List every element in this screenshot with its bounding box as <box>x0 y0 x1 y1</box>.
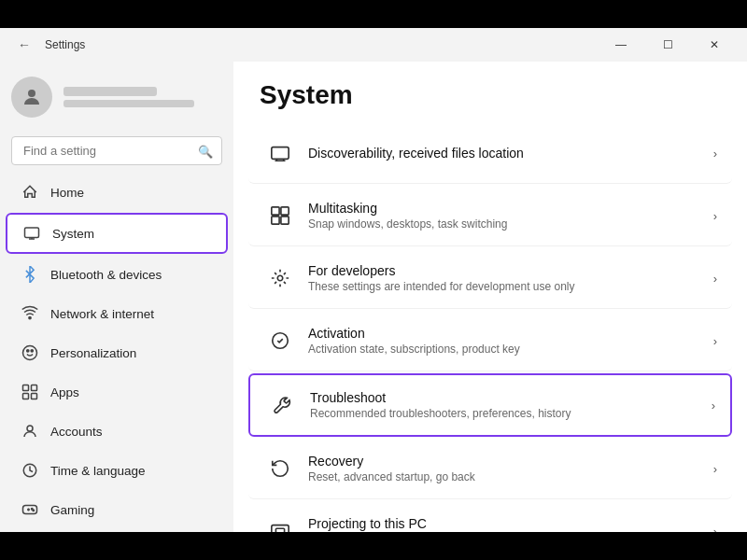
sidebar-item-network[interactable]: Network & internet <box>6 295 228 332</box>
minimize-button[interactable]: — <box>599 30 642 60</box>
sidebar-item-accounts-label: Accounts <box>50 425 103 439</box>
settings-list: Discoverability, received files location… <box>233 123 747 532</box>
search-icon: 🔍 <box>198 144 213 158</box>
svg-rect-14 <box>272 147 289 160</box>
chevron-icon: › <box>712 399 715 413</box>
troubleshoot-desc: Recommended troubleshooters, preferences… <box>310 407 712 420</box>
discoverability-text: Discoverability, received files location <box>308 146 713 161</box>
svg-point-4 <box>31 350 33 352</box>
bluetooth-icon <box>21 265 39 284</box>
sidebar-item-home-label: Home <box>50 186 84 200</box>
chevron-icon: › <box>713 209 717 223</box>
svg-rect-22 <box>275 528 284 532</box>
svg-point-19 <box>277 275 283 281</box>
svg-rect-17 <box>272 217 279 224</box>
main-content: System Discoverability, received files l… <box>233 62 747 532</box>
activation-desc: Activation state, subscriptions, product… <box>308 343 713 356</box>
activation-text: Activation Activation state, subscriptio… <box>308 326 713 356</box>
developers-desc: These settings are intended for developm… <box>308 280 713 293</box>
activation-icon <box>263 324 297 357</box>
discoverability-icon <box>263 136 297 170</box>
recovery-icon <box>263 452 297 485</box>
maximize-button[interactable]: ☐ <box>646 30 689 60</box>
search-box: 🔍 <box>11 136 222 165</box>
sidebar-item-accounts[interactable]: Accounts <box>6 413 228 450</box>
network-icon <box>21 304 39 323</box>
settings-item-discoverability[interactable]: Discoverability, received files location… <box>248 123 732 184</box>
svg-rect-18 <box>281 217 289 224</box>
svg-rect-8 <box>32 394 37 399</box>
troubleshoot-title: Troubleshoot <box>310 390 712 405</box>
sidebar-item-time-label: Time & language <box>50 464 146 478</box>
svg-point-3 <box>27 350 29 352</box>
settings-item-troubleshoot[interactable]: Troubleshoot Recommended troubleshooters… <box>248 373 732 437</box>
chevron-icon: › <box>713 272 717 286</box>
svg-rect-7 <box>23 394 29 399</box>
sidebar-item-apps[interactable]: Apps <box>6 373 228 411</box>
sidebar-item-system[interactable]: System <box>6 213 228 254</box>
svg-rect-5 <box>23 385 29 391</box>
settings-item-developers[interactable]: For developers These settings are intend… <box>248 248 732 309</box>
projecting-icon <box>263 514 297 532</box>
user-name <box>63 87 157 96</box>
developers-icon <box>263 261 297 295</box>
gaming-icon <box>21 500 39 519</box>
svg-rect-16 <box>281 207 289 215</box>
window-title: Settings <box>45 38 85 51</box>
troubleshoot-text: Troubleshoot Recommended troubleshooters… <box>310 390 712 420</box>
multitasking-title: Multitasking <box>308 201 713 216</box>
discoverability-title: Discoverability, received files location <box>308 146 713 161</box>
svg-rect-6 <box>32 385 37 391</box>
svg-rect-15 <box>272 207 279 215</box>
close-button[interactable]: ✕ <box>693 30 736 60</box>
personalization-icon <box>21 343 39 362</box>
sidebar-item-gaming-label: Gaming <box>50 503 94 517</box>
settings-item-recovery[interactable]: Recovery Reset, advanced startup, go bac… <box>248 439 732 499</box>
sidebar-item-apps-label: Apps <box>50 385 79 399</box>
accounts-icon <box>21 422 39 441</box>
recovery-text: Recovery Reset, advanced startup, go bac… <box>308 454 713 483</box>
troubleshoot-icon <box>265 388 299 422</box>
multitasking-text: Multitasking Snap windows, desktops, tas… <box>308 201 713 231</box>
sidebar-item-gaming[interactable]: Gaming <box>6 491 228 528</box>
sidebar-item-bluetooth-label: Bluetooth & devices <box>50 268 162 282</box>
sidebar-item-bluetooth[interactable]: Bluetooth & devices <box>6 256 228 293</box>
sidebar-item-network-label: Network & internet <box>50 307 154 321</box>
chevron-icon: › <box>713 462 717 476</box>
user-email <box>63 100 194 107</box>
sidebar-item-home[interactable]: Home <box>6 174 228 211</box>
recovery-title: Recovery <box>308 454 713 469</box>
back-button[interactable]: ← <box>11 32 37 58</box>
user-profile[interactable] <box>0 62 233 133</box>
svg-point-9 <box>27 426 33 431</box>
apps-icon <box>21 383 39 401</box>
sidebar-item-system-label: System <box>52 227 94 241</box>
avatar <box>11 77 52 118</box>
svg-point-2 <box>29 316 31 318</box>
recovery-desc: Reset, advanced startup, go back <box>308 470 713 483</box>
developers-text: For developers These settings are intend… <box>308 263 713 293</box>
projecting-text: Projecting to this PC Permissions, pairi… <box>308 516 713 532</box>
chevron-icon: › <box>713 334 717 348</box>
home-icon <box>21 183 39 202</box>
sidebar-item-personalization[interactable]: Personalization <box>6 334 228 371</box>
developers-title: For developers <box>308 263 713 278</box>
activation-title: Activation <box>308 326 713 341</box>
svg-point-0 <box>28 90 35 97</box>
settings-item-projecting[interactable]: Projecting to this PC Permissions, pairi… <box>248 501 732 532</box>
multitasking-icon <box>263 199 297 232</box>
sidebar: 🔍 Home System <box>0 62 233 532</box>
projecting-title: Projecting to this PC <box>308 516 713 531</box>
page-title: System <box>233 62 747 121</box>
settings-item-multitasking[interactable]: Multitasking Snap windows, desktops, tas… <box>248 186 732 246</box>
sidebar-item-time[interactable]: Time & language <box>6 452 228 489</box>
multitasking-desc: Snap windows, desktops, task switching <box>308 217 713 231</box>
time-icon <box>21 461 39 480</box>
search-input[interactable] <box>11 136 222 165</box>
settings-item-activation[interactable]: Activation Activation state, subscriptio… <box>248 311 732 371</box>
chevron-icon: › <box>713 147 717 161</box>
chevron-icon: › <box>713 525 717 533</box>
user-info <box>63 87 194 107</box>
sidebar-item-personalization-label: Personalization <box>50 346 136 360</box>
svg-point-13 <box>33 510 35 511</box>
